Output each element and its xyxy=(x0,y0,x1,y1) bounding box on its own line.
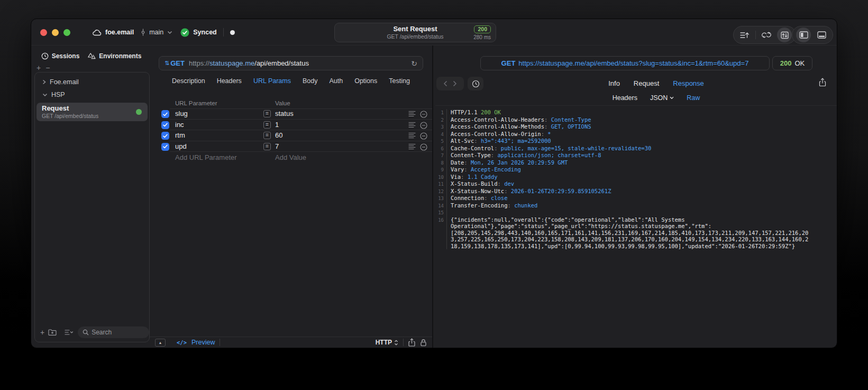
toolbar-group-left xyxy=(733,26,796,44)
row-menu-icon[interactable] xyxy=(408,122,416,128)
row-menu-icon[interactable] xyxy=(408,132,416,139)
close-window-button[interactable] xyxy=(40,29,47,36)
line-number: 8 xyxy=(435,159,447,167)
project-name[interactable]: foe.email xyxy=(105,29,134,36)
import-export-icon[interactable] xyxy=(777,28,792,42)
tab-environments[interactable]: Environments xyxy=(88,52,141,60)
param-value[interactable]: status xyxy=(275,110,294,117)
url-host[interactable]: statuspage.me xyxy=(209,59,254,67)
line-number: 16 xyxy=(435,216,447,250)
titlebar: foe.email main Synced Sent Request GET /… xyxy=(31,19,837,46)
line-number: 7 xyxy=(435,152,447,159)
forward-icon[interactable] xyxy=(453,80,457,87)
tree-item-foe-email[interactable]: Foe.email xyxy=(35,76,149,88)
tab-body[interactable]: Body xyxy=(303,77,318,85)
param-checkbox[interactable] xyxy=(161,132,169,140)
app-window: foe.email main Synced Sent Request GET /… xyxy=(31,19,837,348)
param-value[interactable]: 7 xyxy=(275,142,279,150)
param-name[interactable]: slug xyxy=(175,110,188,117)
tab-sessions[interactable]: Sessions xyxy=(41,52,80,60)
tab-auth[interactable]: Auth xyxy=(329,77,343,85)
clock-icon xyxy=(41,52,49,60)
url-scheme[interactable]: https:// xyxy=(189,59,209,67)
response-blank-line: 15 xyxy=(435,209,835,216)
sidebar: Sessions Environments + − Foe.email xyxy=(31,46,150,348)
sidebar-search[interactable] xyxy=(78,326,149,338)
add-url-parameter-placeholder[interactable]: Add URL Parameter xyxy=(175,153,237,161)
toggle-left-sidebar-icon[interactable] xyxy=(796,28,811,42)
back-icon[interactable] xyxy=(443,80,447,87)
expand-panel-button[interactable]: ▲ xyxy=(155,339,166,347)
param-checkbox[interactable] xyxy=(161,143,169,151)
tab-options[interactable]: Options xyxy=(354,77,377,85)
param-value[interactable]: 60 xyxy=(275,131,282,139)
param-name[interactable]: upd xyxy=(175,142,187,150)
resend-request-icon[interactable]: ↻ xyxy=(411,59,417,68)
preview-button[interactable]: Preview xyxy=(191,339,215,346)
row-menu-icon[interactable] xyxy=(408,143,416,150)
tab-testing[interactable]: Testing xyxy=(389,77,410,85)
search-input[interactable] xyxy=(92,329,144,336)
remove-row-icon[interactable] xyxy=(420,111,427,118)
tab-url-params[interactable]: URL Params xyxy=(253,77,291,85)
share-icon[interactable] xyxy=(408,338,415,347)
sent-request-url[interactable]: GET https://statuspage.me/api/embed/stat… xyxy=(480,56,770,70)
tab-request[interactable]: Request xyxy=(634,79,659,87)
export-response-icon[interactable] xyxy=(819,78,826,87)
tab-response[interactable]: Response xyxy=(673,79,704,87)
new-folder-icon[interactable] xyxy=(48,329,57,336)
chevron-right-icon[interactable] xyxy=(42,79,46,85)
record-dot-icon[interactable] xyxy=(230,30,235,35)
subtab-headers[interactable]: Headers xyxy=(613,94,637,102)
zoom-window-button[interactable] xyxy=(63,29,70,36)
param-name[interactable]: rtm xyxy=(175,131,185,139)
response-header-line: 6Cache-Control: public, max-age=15, stal… xyxy=(435,145,835,152)
param-value[interactable]: 1 xyxy=(275,121,279,129)
param-checkbox[interactable] xyxy=(161,110,169,118)
history-clock-icon[interactable] xyxy=(468,77,483,90)
subtab-raw[interactable]: Raw xyxy=(687,94,700,102)
method-switcher-icon[interactable]: ⇅ xyxy=(165,60,169,67)
row-menu-icon[interactable] xyxy=(408,111,416,117)
remove-item-button[interactable]: − xyxy=(45,64,50,72)
sent-request-pill[interactable]: Sent Request GET /api/embed/status 200 2… xyxy=(334,23,496,42)
subtab-json[interactable]: JSON xyxy=(650,94,674,102)
remove-row-icon[interactable] xyxy=(420,143,427,151)
response-header-line: 5Alt-Svc: h3=":443"; ma=2592000 xyxy=(435,138,835,145)
status-text: OK xyxy=(794,59,805,67)
tree-item-hsp[interactable]: HSP xyxy=(35,88,149,101)
group-by-icon[interactable] xyxy=(65,329,74,335)
request-list-item-selected[interactable]: Request GET /api/embed/status xyxy=(36,103,148,121)
add-value-placeholder[interactable]: Add Value xyxy=(275,153,306,161)
sent-request-subtitle: GET /api/embed/status xyxy=(335,33,496,40)
new-request-button[interactable]: + xyxy=(40,328,44,337)
code-format-select[interactable]: HTTP xyxy=(376,339,398,346)
toggle-bottom-panel-icon[interactable] xyxy=(814,28,829,42)
param-checkbox[interactable] xyxy=(161,121,169,129)
url-path[interactable]: /api/embed/status xyxy=(254,59,309,67)
request-method[interactable]: GET xyxy=(170,59,185,67)
add-item-button[interactable]: + xyxy=(36,64,41,72)
minimize-window-button[interactable] xyxy=(52,29,59,36)
tab-description[interactable]: Description xyxy=(172,77,205,85)
sync-status: Synced xyxy=(193,29,216,36)
status-code-badge: 200 xyxy=(474,25,491,33)
tab-info[interactable]: Info xyxy=(608,79,620,87)
request-url-bar[interactable]: ⇅ GET https://statuspage.me/api/embed/st… xyxy=(159,56,423,70)
remove-row-icon[interactable] xyxy=(420,132,427,140)
add-param-row[interactable]: Add URL Parameter Add Value xyxy=(150,152,432,162)
param-name[interactable]: inc xyxy=(175,121,184,129)
lock-icon[interactable] xyxy=(420,339,427,347)
send-order-icon[interactable] xyxy=(737,28,752,42)
remove-row-icon[interactable] xyxy=(420,122,427,129)
response-header-line: 14Transfer-Encoding: chunked xyxy=(435,202,835,210)
response-raw-view[interactable]: 1HTTP/1.1 200 OK2Access-Control-Allow-He… xyxy=(435,109,835,346)
line-number: 11 xyxy=(435,180,447,188)
chevron-down-icon[interactable] xyxy=(167,31,172,34)
line-number: 6 xyxy=(435,145,447,152)
chevron-down-icon[interactable] xyxy=(42,93,48,97)
response-status-line: 1HTTP/1.1 200 OK xyxy=(435,109,835,116)
tab-headers[interactable]: Headers xyxy=(217,77,242,85)
sync-loop-icon[interactable] xyxy=(759,28,774,42)
branch-name[interactable]: main xyxy=(149,29,163,36)
